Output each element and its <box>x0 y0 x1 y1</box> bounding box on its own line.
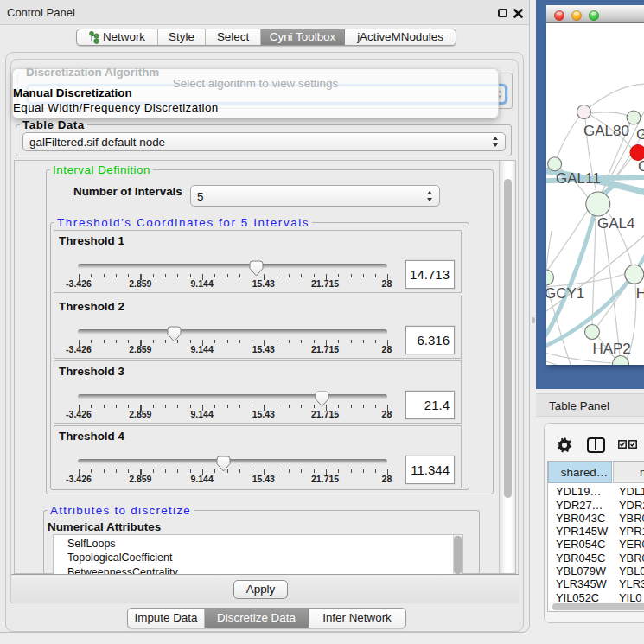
svg-text:HAP2: HAP2 <box>592 341 630 357</box>
svg-text:C: C <box>638 158 644 175</box>
svg-text:GAL80: GAL80 <box>583 123 629 139</box>
svg-text:GCY1: GCY1 <box>546 285 584 302</box>
svg-text:GA: GA <box>636 126 644 143</box>
svg-text:H: H <box>636 285 644 302</box>
svg-text:GAL4: GAL4 <box>597 215 634 232</box>
svg-text:GAL11: GAL11 <box>556 170 601 187</box>
